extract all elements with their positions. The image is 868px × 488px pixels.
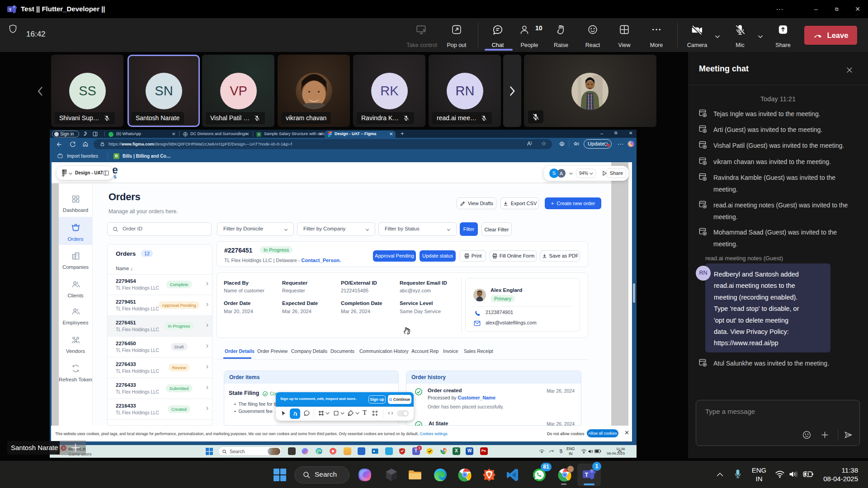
svg-text:T: T (585, 472, 589, 478)
svg-text:T: T (9, 8, 12, 12)
